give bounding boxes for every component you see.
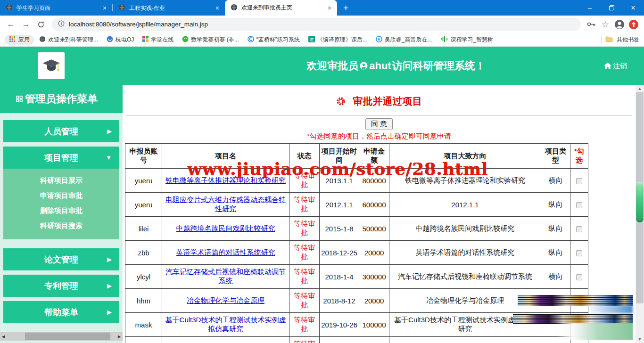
app-logo [38,52,65,79]
tab-close-icon[interactable]: × [326,4,333,12]
bookmark-label: 学堂在线 [151,36,173,44]
scrollbar-thumb[interactable] [25,333,110,340]
tab-approver-home[interactable]: 欢迎来到审批员主页 × [225,0,337,16]
cell-account: ylcyl [125,265,162,289]
cell-start-date: 2015-1-8 [320,217,359,241]
sidebar-menu-help[interactable]: 帮助菜单 ▶ [3,301,119,323]
blue-badge-icon [107,36,113,44]
cell-checkbox [570,193,588,217]
main-content: 审批并通过项目 同 意 *勾选同意的项目，然后点击确定即可同意申请 申报员账号 … [123,85,636,343]
cell-start-date: 2018-12-25 [320,241,359,265]
bookmark-music[interactable]: K 吴欣睿_高音质在... [372,36,436,44]
window-controls: – × [579,0,644,16]
cell-checkbox [570,169,588,193]
cell-account [125,337,162,343]
sidebar-item-delete-approval[interactable]: 删除项目审批 [3,203,119,218]
agree-button[interactable]: 同 意 [365,118,393,130]
sidebar-item-project-search[interactable]: 科研项目搜索 [3,218,119,233]
window-minimize-button[interactable]: – [579,0,601,16]
new-tab-button[interactable]: + [337,3,355,13]
sidebar-horizontal-scrollbar[interactable]: ◀ ▶ [0,332,123,341]
sidebar-menu-project[interactable]: 项目管理 ▼ [3,147,119,169]
sidebar-item-apply-approval[interactable]: 申请项目审批 [3,188,119,203]
reload-icon[interactable] [34,18,48,31]
bookmark-xuetangx[interactable]: 学堂在线 [139,36,177,44]
cell-direction: 英语学术语篇的对话性系统研究 [389,241,541,265]
svg-text:道: 道 [309,37,314,41]
back-icon[interactable]: ← [4,18,18,31]
welcome-prefix: 欢迎审批员 [306,59,358,73]
page-vertical-scrollbar[interactable]: ▲ ▼ [636,85,644,343]
welcome-suffix: 访问科研管理系统！ [392,59,486,73]
tab-student-page[interactable]: 学生学习页面 × [0,0,112,16]
profile-avatar-icon[interactable] [613,18,626,31]
blue-ring-icon [248,36,254,44]
teal-square-icon: 道 [308,36,315,44]
window-restore-button[interactable] [601,0,622,16]
cell-type: 纵向 [541,193,570,217]
password-key-icon[interactable] [585,18,598,31]
gear-icon [336,97,346,106]
sidebar-menu-personnel[interactable]: 人员管理 ▶ [3,120,119,142]
cell-status: 等待审批 [289,313,320,337]
scrollbar-track[interactable] [7,332,116,341]
bookmark-compilers-course[interactable]: 道 《编译原理》课后... [305,36,371,44]
project-name-link[interactable]: 电阻应变片式六维力传感器动态耦合特性研究 [165,196,286,212]
other-bookmarks-button[interactable]: 其他书签 [617,36,639,44]
bookmark-math-contest[interactable]: 数学竞赛初赛 (非... [179,36,242,44]
project-name-link[interactable]: 冶金物理化学与冶金原理 [187,296,264,304]
project-name-link[interactable]: 基于Cult3D技术的工程测试技术实例虚拟仿真研究 [165,316,286,333]
row-checkbox[interactable] [576,202,582,208]
scroll-right-icon[interactable]: ▶ [116,335,123,339]
green-badge-icon [182,36,189,44]
menu-label: 论文管理 [44,254,78,265]
url-text: localhost:8080/software/jspfile/manager_… [69,21,208,28]
url-bar[interactable]: localhost:8080/software/jspfile/manager_… [52,18,581,31]
sidebar-menu-patents[interactable]: 专利管理 ▶ [3,275,119,297]
cell-start-date: 2019-10-26 [320,313,359,337]
row-checkbox[interactable] [576,274,582,280]
row-checkbox[interactable] [576,250,582,256]
chevron-right-icon: ▶ [107,282,112,289]
bookmarks-bar: 应用 欢迎来到科研管理... 杭电OJ 学堂在线 数学竞赛初赛 (非... “蓝… [0,33,644,47]
project-name-link[interactable]: 汽车记忆存储式后视镜和座椅联动调节系统 [165,268,286,285]
project-name-link[interactable]: 英语学术语篇的对话性系统研究 [176,248,275,256]
cell-amount [359,337,389,343]
forward-icon[interactable]: → [19,18,33,31]
tab-strip: 学生学习页面 × 工程实践-作业 × 欢迎来到审批员主页 × + – × [0,0,644,16]
apps-menu[interactable]: 应用 [5,35,34,45]
cell-start-date: 2012.1.1 [320,193,359,217]
scroll-up-icon[interactable]: ▲ [636,86,644,91]
bookmark-lanqiao[interactable]: “蓝桥杯”练习系统 [244,36,303,44]
tab-engineering-practice[interactable]: 工程实践-作业 × [113,0,225,16]
cell-status: 等待审批 [289,289,320,313]
bookmark-star-icon[interactable]: ☆ [599,18,612,31]
cell-start-date: 2018-1-4 [320,265,359,289]
welcome-title: 欢迎审批员 ahut 访问科研管理系统！ [148,59,644,73]
bookmark-hdu-oj[interactable]: 杭电OJ [103,36,137,44]
extension-badge-icon[interactable] [627,18,640,31]
tab-close-icon[interactable]: × [101,4,108,12]
info-icon[interactable] [58,20,65,28]
sidebar-title-label: 管理员操作菜单 [25,92,98,106]
table-row: 等待审批 [125,337,588,343]
scroll-indicator-green[interactable] [636,182,644,222]
bookmark-label: 《编译原理》课后... [317,36,367,44]
render-glitch [518,295,633,306]
row-checkbox[interactable] [576,226,582,232]
scroll-left-icon[interactable]: ◀ [0,335,7,339]
logout-link[interactable]: 注销 [604,61,627,70]
window-close-button[interactable]: × [622,0,644,16]
project-name-link[interactable]: 中越跨境名族民间戏剧比较研究 [176,224,275,232]
sidebar-menu-papers[interactable]: 论文管理 ▶ [3,248,119,270]
graduation-cap-icon [41,56,62,76]
cell-project-name: 汽车记忆存储式后视镜和座椅联动调节系统 [162,265,289,289]
bookmark-research-system[interactable]: 欢迎来到科研管理... [36,36,101,44]
tab-close-icon[interactable]: × [214,4,221,12]
row-checkbox[interactable] [576,178,582,184]
cell-checkbox [570,217,588,241]
sidebar-item-project-display[interactable]: 科研项目展示 [3,173,119,188]
bookmark-zhihuishu[interactable]: 课程学习_智慧树 [437,36,496,44]
scroll-down-icon[interactable]: ▼ [636,337,644,342]
globe-favicon-icon [39,36,46,44]
